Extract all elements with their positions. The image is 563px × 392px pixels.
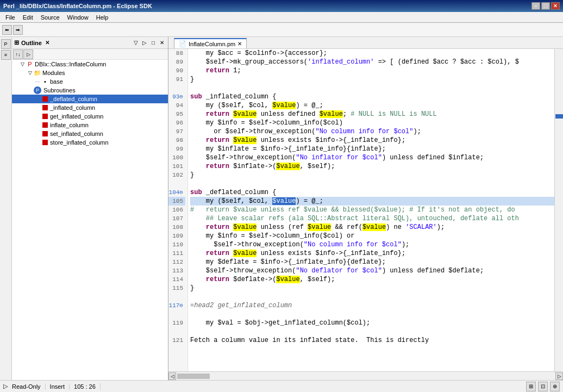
ln-112: 112: [168, 258, 185, 266]
ln-95: 95: [168, 110, 185, 119]
tree-item-deflated-column[interactable]: _deflated_column: [12, 95, 168, 103]
menu-window[interactable]: Window: [64, 13, 92, 22]
h-scrollbar-track[interactable]: [177, 374, 554, 379]
tree-item-get-inflated[interactable]: get_inflated_column: [12, 112, 168, 121]
ln-103: [168, 179, 185, 188]
h-scrollbar-thumb[interactable]: [177, 374, 210, 379]
code-line-99: my $inflate = $info->{_inflate_info}{inf…: [190, 145, 554, 153]
expand-deflated-icon: [35, 96, 40, 102]
status-icon-1[interactable]: ⊞: [526, 382, 536, 391]
ln-121: 121: [168, 336, 185, 345]
base-icon: •: [41, 78, 49, 85]
outline-collapse-btn[interactable]: ▽: [132, 39, 140, 47]
status-icon-2[interactable]: ⊡: [538, 382, 548, 391]
code-line-93: sub _inflated_column {: [190, 92, 554, 101]
inflated-col-icon: [41, 104, 49, 111]
outline-close-x: ✕: [45, 40, 49, 46]
tree-label-inflated: _inflated_column: [50, 104, 95, 111]
tree-item-modules[interactable]: ▽ 📁 Modules: [12, 69, 168, 77]
code-line-114: return $deflate->($value, $self);: [190, 275, 554, 284]
side-btn-1[interactable]: P: [1, 39, 11, 49]
tree-item-store-inflated[interactable]: store_inflated_column: [12, 138, 168, 147]
tree-label-set-inflated: set_inflated_column: [50, 130, 103, 137]
line-numbers: 88 89 90 91 93⊖ 94 95 96 97 98 99 100 10…: [168, 49, 188, 371]
title-text: Perl _lib/DBIx/Class/InflateColumn.pm - …: [3, 3, 152, 9]
ln-93: 93⊖: [168, 92, 185, 101]
tree-item-root[interactable]: ▽ P DBIx::Class::InflateColumn: [12, 60, 168, 69]
tree-label-base: base: [50, 78, 63, 85]
code-line-92: [190, 84, 554, 92]
status-icons: ⊞ ⊡ ⊕: [526, 382, 560, 391]
outline-sort-btn[interactable]: ↑↓: [13, 49, 23, 59]
tree-item-base[interactable]: — • base: [12, 77, 168, 86]
outline-expand-btn[interactable]: ▷: [141, 39, 148, 47]
maximize-button[interactable]: □: [541, 2, 550, 10]
close-button[interactable]: ✕: [551, 2, 560, 10]
ln-88: 88: [168, 49, 185, 58]
tab-icon: 📄: [179, 40, 186, 47]
store-inflated-icon: [41, 139, 49, 146]
status-icon-3[interactable]: ⊕: [550, 382, 560, 391]
code-area[interactable]: my $acc = $colinfo->{accessor}; $self->m…: [188, 49, 554, 371]
ln-107: 107: [168, 214, 185, 223]
modules-folder-icon: 📁: [34, 69, 41, 77]
ln-111: 111: [168, 249, 185, 258]
code-line-100: $self->throw_exception("No inflator for …: [190, 153, 554, 162]
editor-content[interactable]: 88 89 90 91 93⊖ 94 95 96 97 98 99 100 10…: [168, 49, 563, 371]
tree-item-set-inflated[interactable]: set_inflated_column: [12, 129, 168, 138]
scroll-left-btn[interactable]: ◁: [168, 372, 176, 380]
vertical-scrollbar[interactable]: [554, 49, 563, 371]
menu-edit[interactable]: Edit: [20, 13, 36, 22]
outline-filter-btn[interactable]: ▷: [23, 49, 33, 59]
horizontal-scrollbar[interactable]: ◁ ▷: [168, 371, 563, 380]
ln-117: 117⊖: [168, 301, 185, 310]
minimize-button[interactable]: −: [531, 2, 540, 10]
code-line-89: $self->mk_group_accessors('inflated_colu…: [190, 58, 554, 66]
code-line-103: [190, 179, 554, 188]
code-line-118: [190, 310, 554, 319]
expand-get-inflated-icon: [35, 114, 40, 119]
outline-toolbar: ↑↓ ▷: [12, 49, 168, 60]
inflate-col-icon: [41, 121, 49, 129]
tree-item-inflated-column[interactable]: _inflated_column: [12, 103, 168, 112]
subroutines-icon: P: [34, 86, 41, 94]
ln-118: [168, 310, 185, 319]
ln-97: 97: [168, 127, 185, 136]
expand-store-inflated-icon: [35, 140, 40, 145]
code-line-101: return $inflate->($value, $self);: [190, 162, 554, 171]
code-line-97: or $self->throw_exception("No column inf…: [190, 127, 554, 136]
deflated-col-icon: [41, 95, 49, 103]
outline-close-btn[interactable]: ✕: [158, 39, 166, 47]
menu-help[interactable]: Help: [93, 13, 112, 22]
tree-item-subroutines[interactable]: P Subroutines: [12, 86, 168, 95]
tree-label-get-inflated: get_inflated_column: [50, 113, 103, 120]
code-line-90: return 1;: [190, 66, 554, 75]
menu-source[interactable]: Source: [37, 13, 63, 22]
tab-close-btn[interactable]: ✕: [237, 41, 242, 47]
editor-tab-inflate[interactable]: 📄 InflateColumn.pm ✕: [174, 38, 247, 48]
toolbar-btn-2[interactable]: ➡: [13, 25, 23, 35]
outline-maximize-btn[interactable]: □: [149, 39, 157, 47]
status-bar: ▷ Read-Only Insert 105 : 26 ⊞ ⊡ ⊕: [0, 380, 563, 392]
outline-tree: ▽ P DBIx::Class::InflateColumn ▽ 📁 Modul…: [12, 60, 168, 380]
side-btn-2[interactable]: ≡: [1, 50, 11, 60]
tree-label-root: DBIx::Class::InflateColumn: [35, 61, 106, 67]
scrollbar-thumb[interactable]: [555, 114, 563, 119]
ln-94: 94: [168, 101, 185, 110]
status-readonly: Read-Only: [12, 383, 46, 390]
code-line-113: $self->throw_exception("No deflator for …: [190, 266, 554, 275]
menu-file[interactable]: File: [2, 13, 18, 22]
expand-base-icon: —: [35, 79, 40, 84]
ln-92: [168, 84, 185, 92]
ln-96: 96: [168, 119, 185, 127]
scroll-right-btn[interactable]: ▷: [555, 372, 563, 380]
outline-panel: ⊞ Outline ✕ ▽ ▷ □ ✕ ↑↓ ▷ ▽ P DBIx::Class…: [12, 37, 168, 380]
editor-area: 📄 InflateColumn.pm ✕ 88 89 90 91 93⊖ 94 …: [168, 37, 563, 380]
toolbar-btn-1[interactable]: ⬅: [2, 25, 12, 35]
code-line-107: ## Leave scalar refs (ala SQL::Abstract …: [190, 214, 554, 223]
tree-item-inflate-col[interactable]: inflate_column: [12, 121, 168, 129]
code-line-105: my ($self, $col, $value) = @_;: [190, 197, 554, 206]
ln-102: 102: [168, 171, 185, 179]
toolbar: ⬅ ➡: [0, 23, 563, 37]
code-line-96: my $info = $self->column_info($col): [190, 119, 554, 127]
